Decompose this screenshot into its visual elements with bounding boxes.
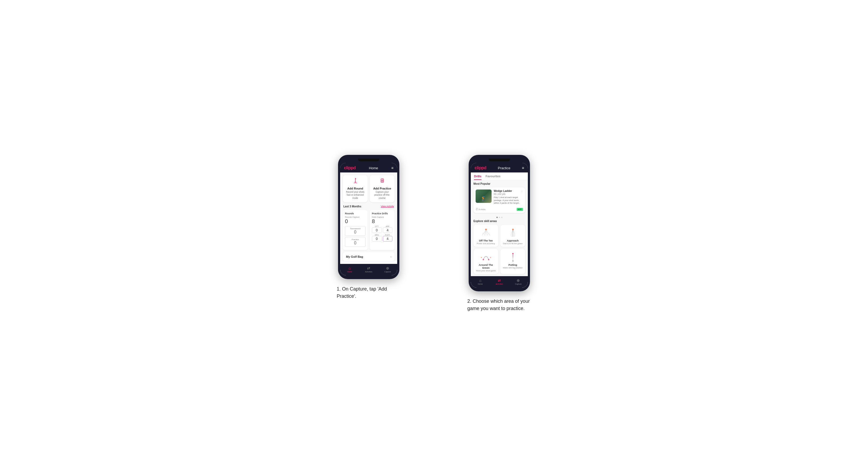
skill-card-putting[interactable]: Putting Make and lag practice: [500, 249, 525, 274]
phone2-bottom-nav: ⌂ Home ⇄ Activities ⊕ Capture: [471, 276, 528, 288]
arg-value: 0: [372, 236, 382, 242]
capture-nav-label: Capture: [378, 271, 397, 273]
dot-3: [501, 217, 502, 218]
drills-capture-value: 8: [372, 218, 393, 224]
add-practice-card[interactable]: Add Practice Capture your practice off-t…: [370, 175, 395, 202]
phone1-nav-home[interactable]: ⌂ Home: [340, 266, 359, 273]
phone2-home-label: Home: [471, 283, 490, 285]
add-round-icon: [345, 178, 366, 186]
putt-stat: PUTT 4: [383, 234, 393, 242]
golfer-icon: 🏌️: [480, 196, 487, 202]
phone2-screen: clippd Practice ≡ Drills Favourites Most…: [471, 163, 528, 287]
tournament-value: 0: [347, 230, 364, 235]
stats-period-label: Last 3 Months: [343, 205, 361, 208]
tab-favourites[interactable]: Favourites: [486, 175, 501, 180]
featured-drill-desc: Play 1 shot at each target yardage. If y…: [494, 196, 523, 205]
putt-value: 4: [383, 236, 393, 242]
rounds-capture-label: Rounds Capture: [345, 216, 366, 218]
phone1-nav-activities[interactable]: ⇄ Activities: [359, 266, 378, 273]
approach-name: Approach: [502, 239, 523, 242]
skill-card-around-green[interactable]: Around The Green Hone your short game: [473, 249, 498, 274]
svg-point-13: [490, 257, 491, 258]
svg-point-12: [481, 257, 482, 258]
phone2-menu-icon[interactable]: ≡: [522, 166, 524, 170]
phone2-capture-icon: ⊕: [509, 278, 528, 283]
home-nav-label: Home: [340, 271, 359, 273]
svg-point-0: [355, 182, 356, 183]
approach-desc: Dial-in to hit the green: [502, 242, 523, 245]
add-round-title: Add Round: [345, 187, 366, 190]
home-nav-icon: ⌂: [340, 266, 359, 270]
phone2-header-title: Practice: [498, 166, 510, 170]
add-practice-title: Add Practice: [372, 187, 393, 190]
phone1-header: clippd Home ≡: [340, 163, 397, 173]
ott-value: 0: [372, 227, 382, 233]
svg-point-14: [512, 260, 514, 262]
svg-point-18: [513, 257, 513, 258]
around-green-name: Around The Green: [475, 263, 496, 269]
favourite-star-icon[interactable]: ☆: [521, 190, 523, 193]
svg-point-16: [512, 253, 514, 254]
activities-nav-icon: ⇄: [359, 266, 378, 270]
shots-count-value: 9 shots: [478, 208, 486, 211]
skill-areas-grid: Off The Tee Power and accuracy: [473, 225, 525, 274]
skill-areas-title: Explore skill areas: [473, 220, 525, 223]
phone2-caption: 2. Choose which area of your game you wa…: [467, 298, 531, 312]
phone2-notch: [489, 159, 510, 161]
app-badge: APP: [517, 208, 523, 211]
drills-capture-label: Drills Capture: [372, 216, 393, 218]
svg-point-3: [485, 229, 487, 230]
app-label: APP: [383, 225, 393, 227]
quick-actions-row: Add Round Record your shots fast or enha…: [343, 175, 395, 202]
phone2-nav-home[interactable]: ⌂ Home: [471, 278, 490, 285]
add-round-desc: Record your shots fast or enhanced mode: [345, 191, 366, 199]
phone1-notch: [358, 159, 379, 161]
add-practice-desc: Capture your practice off-the-course: [372, 191, 393, 199]
featured-footer: ⏱ 9 shots APP: [473, 207, 525, 213]
phone1-bottom-nav: ⌂ Home ⇄ Activities ⊕ Capture: [340, 264, 397, 275]
svg-point-17: [513, 255, 514, 256]
skill-card-off-the-tee[interactable]: Off The Tee Power and accuracy: [473, 225, 498, 247]
drills-sub-stats: OTT 0 APP 4 ARG 0: [372, 225, 393, 242]
tournament-item: Tournament 0: [345, 226, 366, 236]
featured-drill-image: 🏌️: [475, 189, 492, 203]
phone2-nav-capture[interactable]: ⊕ Capture: [509, 278, 528, 285]
svg-rect-1: [381, 179, 383, 182]
putt-label: PUTT: [383, 234, 393, 236]
phone2-home-icon: ⌂: [471, 278, 490, 283]
most-popular-title: Most Popular: [473, 182, 525, 185]
stats-header: Last 3 Months View Activity: [343, 205, 395, 208]
practice-drills-title: Practice Drills: [372, 212, 393, 215]
golf-bag-label: My Golf Bag: [346, 255, 363, 258]
featured-drill-title: Wedge Ladder: [494, 189, 512, 192]
phone1-logo: clippd: [344, 165, 355, 170]
phone1-menu-icon[interactable]: ≡: [391, 166, 394, 170]
approach-diagram: [506, 227, 520, 238]
capture-nav-icon: ⊕: [378, 266, 397, 270]
off-the-tee-diagram: [479, 227, 493, 238]
practice-content: Most Popular 🏌️ Wedge Ladder ☆: [471, 180, 528, 276]
practice-drills-box: Practice Drills Drills Capture 8 OTT 0 A…: [370, 210, 395, 250]
add-practice-icon: [372, 178, 393, 186]
tournament-label: Tournament: [350, 227, 361, 230]
shots-count: ⏱ 9 shots: [475, 208, 486, 211]
phone1-section: clippd Home ≡: [314, 155, 423, 300]
view-activity-link[interactable]: View Activity: [381, 205, 394, 208]
skill-card-approach[interactable]: Approach Dial-in to hit the green: [500, 225, 525, 247]
featured-drill-card[interactable]: 🏌️ Wedge Ladder ☆ 50–100 yds Play 1 shot…: [473, 187, 525, 213]
arg-stat: ARG 0: [372, 234, 382, 242]
dot-1: [496, 217, 498, 218]
golf-bag-row[interactable]: My Golf Bag ›: [343, 252, 395, 261]
phone2: clippd Practice ≡ Drills Favourites Most…: [469, 155, 530, 291]
phone2-nav-activities[interactable]: ⇄ Activities: [490, 278, 509, 285]
practice-value: 0: [347, 241, 364, 246]
rounds-sub-stats: Tournament 0 Practice 0: [345, 226, 366, 247]
off-the-tee-desc: Power and accuracy: [475, 242, 496, 245]
add-round-card[interactable]: Add Round Record your shots fast or enha…: [343, 175, 368, 202]
phone1-nav-capture[interactable]: ⊕ Capture: [378, 266, 397, 273]
rounds-capture-value: 0: [345, 218, 366, 224]
stats-grid: Rounds Rounds Capture 0 Tournament 0 Pra…: [343, 210, 395, 250]
practice-tabs: Drills Favourites: [471, 173, 528, 180]
svg-point-8: [512, 229, 514, 230]
tab-drills[interactable]: Drills: [474, 175, 482, 180]
